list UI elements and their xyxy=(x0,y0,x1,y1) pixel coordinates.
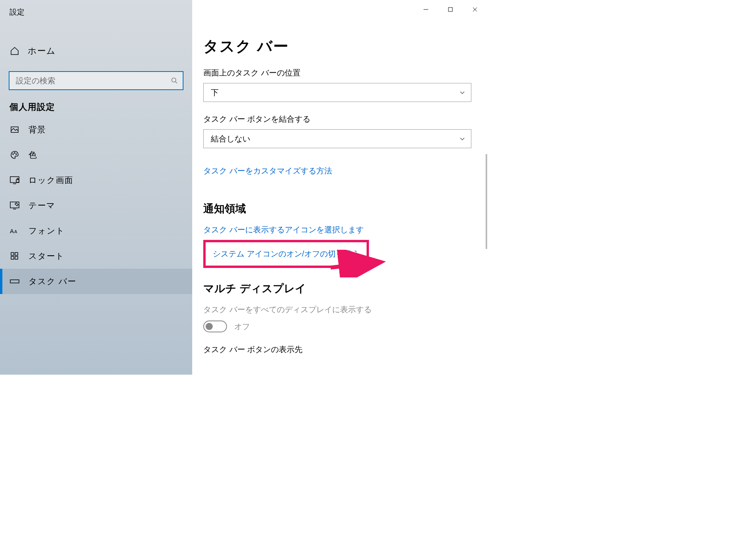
chevron-down-icon xyxy=(459,89,465,96)
sidebar-item-themes[interactable]: テーマ xyxy=(0,193,192,218)
svg-point-3 xyxy=(13,154,13,155)
palette-icon xyxy=(9,150,20,160)
notification-area-heading: 通知領域 xyxy=(203,202,476,216)
sidebar-item-taskbar[interactable]: タスク バー xyxy=(0,269,192,294)
sidebar-item-label: フォント xyxy=(28,225,65,236)
sidebar-item-label: 背景 xyxy=(28,124,46,135)
sidebar: 設定 ホーム 個人用設定 背景 色 ロック画面 テーマ xyxy=(0,0,192,375)
home-label: ホーム xyxy=(28,45,56,57)
svg-rect-15 xyxy=(11,256,14,259)
highlight-annotation: システム アイコンのオン/オフの切り替え xyxy=(203,240,369,268)
system-icons-toggle-link[interactable]: システム アイコンのオン/オフの切り替え xyxy=(213,249,359,259)
sidebar-item-label: テーマ xyxy=(28,200,55,211)
combine-buttons-select[interactable]: 結合しない xyxy=(203,129,471,148)
combine-buttons-label: タスク バー ボタンを結合する xyxy=(203,114,476,124)
button-display-label: タスク バー ボタンの表示先 xyxy=(203,344,476,355)
theme-icon xyxy=(9,200,20,211)
sidebar-item-colors[interactable]: 色 xyxy=(0,142,192,168)
taskbar-position-select[interactable]: 下 xyxy=(203,83,471,102)
svg-rect-16 xyxy=(15,256,18,259)
taskbar-icon xyxy=(9,276,20,287)
customize-taskbar-link[interactable]: タスク バーをカスタマイズする方法 xyxy=(203,166,332,176)
svg-point-5 xyxy=(16,154,17,155)
main-content: タスク バー 画面上のタスク バーの位置 下 タスク バー ボタンを結合する 結… xyxy=(192,0,487,375)
select-icons-link[interactable]: タスク バーに表示するアイコンを選択します xyxy=(203,224,364,235)
svg-rect-17 xyxy=(10,280,19,283)
svg-line-1 xyxy=(175,81,177,83)
sidebar-item-start[interactable]: スタート xyxy=(0,243,192,269)
svg-rect-13 xyxy=(11,253,14,255)
svg-point-0 xyxy=(172,78,176,82)
window-title: 設定 xyxy=(0,0,192,25)
svg-rect-8 xyxy=(16,180,19,182)
font-icon: AA xyxy=(9,226,20,236)
sidebar-item-label: ロック画面 xyxy=(28,175,73,186)
svg-text:A: A xyxy=(14,229,17,234)
minimize-button[interactable] xyxy=(414,0,438,19)
sidebar-item-label: スタート xyxy=(28,251,64,262)
select-value: 結合しない xyxy=(211,134,250,144)
sidebar-item-fonts[interactable]: AA フォント xyxy=(0,218,192,243)
taskbar-position-label: 画面上のタスク バーの位置 xyxy=(203,68,476,78)
svg-point-4 xyxy=(14,153,15,153)
search-box[interactable] xyxy=(9,71,183,90)
svg-rect-14 xyxy=(15,253,18,255)
multi-display-heading: マルチ ディスプレイ xyxy=(203,281,476,296)
section-header: 個人用設定 xyxy=(0,90,192,117)
search-input[interactable] xyxy=(16,76,171,85)
chevron-down-icon xyxy=(459,136,465,142)
image-icon xyxy=(9,124,20,135)
maximize-button[interactable] xyxy=(438,0,463,19)
titlebar xyxy=(192,0,487,19)
close-button[interactable] xyxy=(463,0,487,19)
home-icon xyxy=(9,46,20,56)
search-icon xyxy=(171,77,178,84)
svg-rect-19 xyxy=(448,8,452,11)
select-value: 下 xyxy=(211,87,219,98)
lockscreen-icon xyxy=(9,175,20,185)
multi-display-toggle[interactable] xyxy=(203,321,227,332)
sidebar-item-label: 色 xyxy=(28,149,37,160)
sidebar-item-lockscreen[interactable]: ロック画面 xyxy=(0,168,192,193)
sidebar-item-background[interactable]: 背景 xyxy=(0,117,192,142)
page-title: タスク バー xyxy=(203,36,476,57)
sidebar-item-label: タスク バー xyxy=(28,276,76,287)
multi-display-label: タスク バーをすべてのディスプレイに表示する xyxy=(203,304,476,315)
svg-text:A: A xyxy=(10,228,14,234)
scrollbar[interactable] xyxy=(486,154,487,249)
start-icon xyxy=(9,251,20,261)
toggle-state-label: オフ xyxy=(234,321,250,332)
sidebar-item-home[interactable]: ホーム xyxy=(0,40,192,62)
